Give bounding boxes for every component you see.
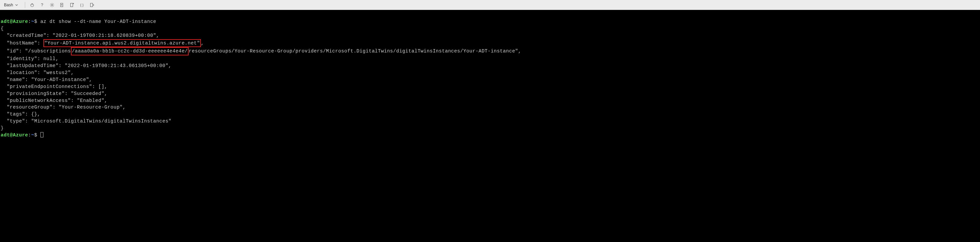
prompt-path: ~ — [31, 19, 34, 24]
prompt-dollar: $ — [34, 133, 37, 138]
shell-selector[interactable]: Bash — [3, 2, 22, 8]
svg-line-8 — [51, 3, 51, 4]
json-line: "hostName": "Your-ADT-instance.api.wus2.… — [1, 40, 204, 46]
json-open: { — [1, 26, 4, 31]
svg-text:{ }: { } — [80, 3, 84, 6]
json-line: "lastUpdatedTime": "2022-01-19T00:21:43.… — [1, 63, 172, 68]
json-line: "privateEndpointConnections": [], — [1, 84, 107, 89]
json-line: "tags": {}, — [1, 112, 40, 117]
open-file-icon[interactable] — [88, 1, 96, 9]
command-text: az dt show --dt-name Your-ADT-instance — [40, 19, 156, 24]
new-file-icon[interactable] — [68, 1, 76, 9]
settings-icon[interactable] — [48, 1, 56, 9]
prompt-path: ~ — [31, 133, 34, 138]
svg-line-11 — [53, 3, 53, 4]
json-close: } — [1, 125, 4, 131]
shell-label: Bash — [4, 3, 13, 7]
prompt-sep: : — [28, 133, 31, 138]
json-line: "provisioningState": "Succeeded", — [1, 91, 107, 96]
json-line: "createdTime": "2022-01-19T00:21:18.6208… — [1, 33, 159, 38]
highlighted-hostname: "Your-ADT-instance.api.wus2.digitaltwins… — [43, 39, 201, 48]
power-icon[interactable] — [28, 1, 37, 9]
json-line: "name": "Your-ADT-instance", — [1, 77, 92, 82]
json-line: "location": "westus2", — [1, 70, 74, 75]
cursor — [40, 132, 43, 138]
svg-point-3 — [51, 4, 53, 5]
svg-text:?: ? — [41, 3, 43, 7]
svg-line-9 — [53, 6, 53, 6]
prompt-dollar: $ — [34, 19, 37, 24]
svg-line-10 — [51, 6, 51, 6]
json-line: "publicNetworkAccess": "Enabled", — [1, 98, 107, 103]
terminal-toolbar: Bash ? { } — [0, 0, 980, 10]
json-line: "resourceGroup": "Your-Resource-Group", — [1, 104, 126, 110]
json-line: "id": "/subscriptions/aaaa0a0a-bb1b-cc2c… — [1, 48, 521, 54]
prompt-sep: : — [28, 19, 31, 24]
prompt-line: adt@Azure:~$ — [1, 133, 43, 138]
upload-file-icon[interactable] — [58, 1, 66, 9]
prompt-user: adt@Azure — [1, 19, 28, 24]
json-line: "identity": null, — [1, 56, 59, 61]
highlighted-subscription-id: /aaaa0a0a-bb1b-cc2c-dd3d-eeeeee4e4e4e/ — [71, 47, 189, 55]
prompt-user: adt@Azure — [1, 133, 28, 138]
chevron-down-icon — [15, 3, 18, 6]
json-line: "type": "Microsoft.DigitalTwins/digitalT… — [1, 119, 172, 124]
svg-rect-17 — [91, 3, 93, 6]
svg-rect-13 — [71, 3, 73, 6]
prompt-line: adt@Azure:~$ az dt show --dt-name Your-A… — [1, 19, 156, 24]
terminal-output[interactable]: adt@Azure:~$ az dt show --dt-name Your-A… — [0, 10, 980, 140]
help-icon[interactable]: ? — [38, 1, 46, 9]
toolbar-separator — [25, 2, 25, 8]
braces-icon[interactable]: { } — [78, 1, 86, 9]
